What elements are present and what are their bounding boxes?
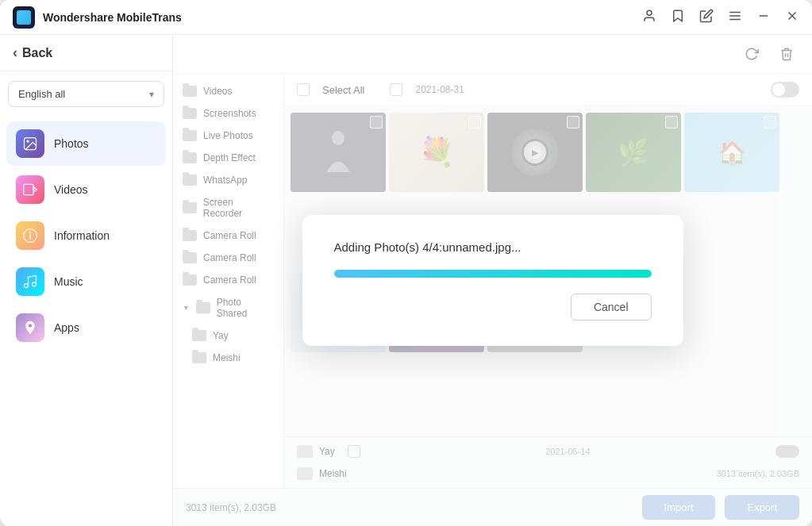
edit-icon[interactable]: [699, 9, 714, 26]
nav-items: Photos Videos: [0, 117, 172, 355]
close-icon[interactable]: [785, 9, 799, 26]
modal-dialog: Adding Photo(s) 4/4:unnamed.jpg... Cance…: [302, 215, 683, 346]
svg-point-8: [26, 140, 29, 142]
app-title: Wondershare MobileTrans: [43, 11, 182, 24]
information-icon: [16, 221, 44, 250]
information-label: Information: [54, 229, 110, 242]
back-button[interactable]: ‹ Back: [13, 44, 160, 61]
cancel-button[interactable]: Cancel: [571, 294, 652, 321]
svg-point-15: [33, 282, 37, 286]
apps-icon: [16, 313, 44, 342]
title-bar: Wondershare MobileTrans: [0, 0, 812, 35]
sidebar-item-information[interactable]: Information: [6, 213, 166, 258]
menu-icon[interactable]: [728, 9, 742, 26]
svg-point-0: [647, 10, 652, 15]
back-label: Back: [22, 46, 52, 60]
chevron-down-icon: ▾: [149, 89, 154, 100]
modal-overlay: Adding Photo(s) 4/4:unnamed.jpg... Cance…: [173, 35, 812, 526]
svg-marker-10: [33, 187, 37, 193]
app-window: Wondershare MobileTrans: [0, 0, 812, 526]
progress-bar-container: [334, 270, 652, 278]
bookmark-icon[interactable]: [671, 9, 685, 26]
sidebar-item-photos[interactable]: Photos: [6, 121, 166, 166]
svg-rect-9: [24, 184, 34, 194]
right-content: Videos Screenshots Live Photos Depth Eff…: [173, 35, 812, 526]
sidebar-item-music[interactable]: Music: [6, 259, 166, 304]
person-icon[interactable]: [642, 9, 656, 26]
title-bar-left: Wondershare MobileTrans: [13, 6, 182, 29]
app-icon: [13, 6, 35, 29]
language-selector[interactable]: English all ▾: [8, 81, 164, 107]
sidebar-item-videos[interactable]: Videos: [6, 167, 166, 212]
sidebar-item-apps[interactable]: Apps: [6, 305, 166, 350]
progress-bar-fill: [334, 270, 652, 278]
minimize-icon[interactable]: [756, 9, 771, 26]
sidebar-header: ‹ Back: [0, 35, 172, 71]
apps-label: Apps: [54, 321, 79, 334]
videos-icon: [16, 175, 44, 204]
photos-icon: [16, 129, 44, 158]
modal-message: Adding Photo(s) 4/4:unnamed.jpg...: [334, 240, 652, 254]
language-value: English all: [18, 88, 65, 100]
svg-point-14: [25, 284, 29, 288]
svg-point-13: [29, 232, 31, 233]
photos-label: Photos: [54, 137, 89, 150]
title-bar-controls: [642, 9, 799, 26]
back-arrow-icon: ‹: [13, 44, 17, 61]
music-label: Music: [54, 275, 83, 288]
svg-point-16: [29, 324, 32, 327]
videos-label: Videos: [54, 183, 88, 196]
sidebar: ‹ Back English all ▾ Ph: [0, 35, 173, 526]
app-icon-inner: [17, 10, 31, 25]
main-content: ‹ Back English all ▾ Ph: [0, 35, 812, 526]
music-icon: [16, 267, 44, 296]
modal-actions: Cancel: [334, 294, 652, 321]
